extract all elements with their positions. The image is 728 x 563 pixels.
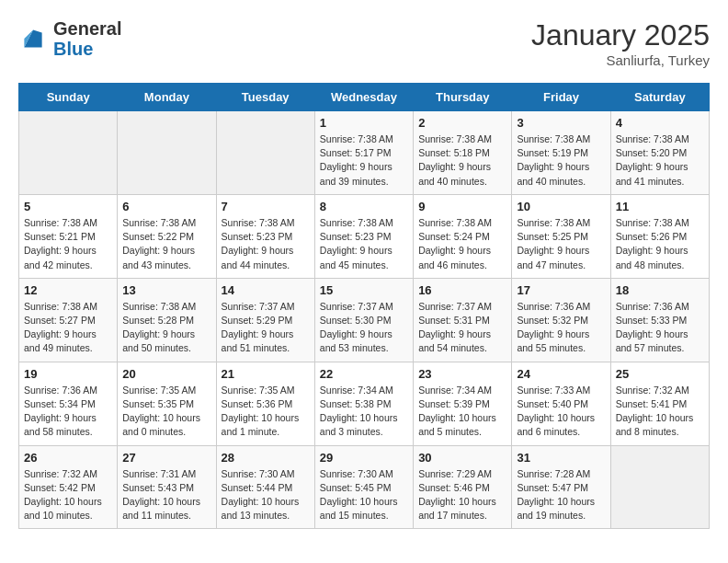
day-info: Sunrise: 7:37 AM Sunset: 5:31 PM Dayligh… bbox=[418, 300, 506, 356]
day-number: 21 bbox=[222, 367, 310, 381]
calendar-cell: 27Sunrise: 7:31 AM Sunset: 5:43 PM Dayli… bbox=[118, 445, 216, 529]
title-block: January 2025 Sanliurfa, Turkey bbox=[531, 18, 710, 68]
calendar-cell: 8Sunrise: 7:38 AM Sunset: 5:23 PM Daylig… bbox=[314, 194, 413, 278]
location-subtitle: Sanliurfa, Turkey bbox=[531, 52, 710, 68]
weekday-header: Thursday bbox=[414, 84, 512, 111]
calendar-cell: 2Sunrise: 7:38 AM Sunset: 5:18 PM Daylig… bbox=[414, 111, 512, 195]
calendar-cell: 15Sunrise: 7:37 AM Sunset: 5:30 PM Dayli… bbox=[314, 278, 413, 362]
calendar-cell: 24Sunrise: 7:33 AM Sunset: 5:40 PM Dayli… bbox=[512, 362, 610, 445]
day-number: 11 bbox=[616, 200, 704, 213]
day-number: 23 bbox=[418, 367, 506, 381]
calendar-cell bbox=[610, 445, 709, 529]
day-info: Sunrise: 7:34 AM Sunset: 5:38 PM Dayligh… bbox=[320, 384, 408, 440]
calendar-cell: 28Sunrise: 7:30 AM Sunset: 5:44 PM Dayli… bbox=[216, 445, 314, 529]
day-number: 4 bbox=[616, 116, 704, 130]
calendar-cell: 10Sunrise: 7:38 AM Sunset: 5:25 PM Dayli… bbox=[512, 194, 610, 278]
day-number: 24 bbox=[517, 367, 605, 381]
logo-text: General Blue bbox=[53, 18, 121, 59]
calendar-cell: 21Sunrise: 7:35 AM Sunset: 5:36 PM Dayli… bbox=[216, 362, 314, 445]
day-number: 2 bbox=[418, 116, 506, 130]
day-number: 26 bbox=[24, 451, 112, 465]
day-number: 5 bbox=[24, 200, 112, 213]
day-info: Sunrise: 7:37 AM Sunset: 5:30 PM Dayligh… bbox=[320, 300, 408, 356]
day-number: 6 bbox=[122, 200, 210, 213]
calendar-cell: 11Sunrise: 7:38 AM Sunset: 5:26 PM Dayli… bbox=[610, 194, 709, 278]
weekday-header: Wednesday bbox=[314, 84, 413, 111]
calendar-cell: 26Sunrise: 7:32 AM Sunset: 5:42 PM Dayli… bbox=[19, 445, 118, 529]
calendar-cell: 12Sunrise: 7:38 AM Sunset: 5:27 PM Dayli… bbox=[19, 278, 118, 362]
day-number: 1 bbox=[320, 116, 408, 130]
day-info: Sunrise: 7:32 AM Sunset: 5:41 PM Dayligh… bbox=[616, 384, 704, 440]
calendar-cell: 31Sunrise: 7:28 AM Sunset: 5:47 PM Dayli… bbox=[512, 445, 610, 529]
page-header: General Blue January 2025 Sanliurfa, Tur… bbox=[18, 18, 710, 68]
calendar-cell: 5Sunrise: 7:38 AM Sunset: 5:21 PM Daylig… bbox=[19, 194, 118, 278]
day-info: Sunrise: 7:38 AM Sunset: 5:22 PM Dayligh… bbox=[122, 216, 210, 272]
day-number: 22 bbox=[320, 367, 408, 381]
day-info: Sunrise: 7:38 AM Sunset: 5:19 PM Dayligh… bbox=[517, 132, 605, 189]
calendar-cell: 23Sunrise: 7:34 AM Sunset: 5:39 PM Dayli… bbox=[414, 362, 512, 445]
logo-icon bbox=[18, 24, 48, 53]
day-info: Sunrise: 7:38 AM Sunset: 5:26 PM Dayligh… bbox=[616, 216, 704, 272]
day-info: Sunrise: 7:34 AM Sunset: 5:39 PM Dayligh… bbox=[418, 384, 506, 440]
calendar-cell: 3Sunrise: 7:38 AM Sunset: 5:19 PM Daylig… bbox=[512, 111, 610, 195]
weekday-header: Tuesday bbox=[216, 84, 314, 111]
day-number: 20 bbox=[122, 367, 210, 381]
day-number: 10 bbox=[517, 200, 605, 213]
calendar-week-row: 19Sunrise: 7:36 AM Sunset: 5:34 PM Dayli… bbox=[19, 362, 710, 445]
calendar-cell: 7Sunrise: 7:38 AM Sunset: 5:23 PM Daylig… bbox=[216, 194, 314, 278]
day-info: Sunrise: 7:38 AM Sunset: 5:27 PM Dayligh… bbox=[24, 300, 112, 356]
weekday-header: Saturday bbox=[610, 84, 709, 111]
logo: General Blue bbox=[18, 18, 121, 59]
day-info: Sunrise: 7:32 AM Sunset: 5:42 PM Dayligh… bbox=[24, 467, 112, 523]
calendar-cell bbox=[19, 111, 118, 195]
calendar-cell: 22Sunrise: 7:34 AM Sunset: 5:38 PM Dayli… bbox=[314, 362, 413, 445]
calendar-table: SundayMondayTuesdayWednesdayThursdayFrid… bbox=[18, 83, 710, 529]
day-number: 13 bbox=[122, 283, 210, 297]
day-number: 8 bbox=[320, 200, 408, 213]
day-info: Sunrise: 7:36 AM Sunset: 5:32 PM Dayligh… bbox=[517, 300, 605, 356]
day-info: Sunrise: 7:35 AM Sunset: 5:36 PM Dayligh… bbox=[222, 384, 310, 440]
calendar-cell: 29Sunrise: 7:30 AM Sunset: 5:45 PM Dayli… bbox=[314, 445, 413, 529]
calendar-cell: 19Sunrise: 7:36 AM Sunset: 5:34 PM Dayli… bbox=[19, 362, 118, 445]
day-info: Sunrise: 7:30 AM Sunset: 5:45 PM Dayligh… bbox=[320, 467, 408, 523]
day-number: 12 bbox=[24, 283, 112, 297]
month-title: January 2025 bbox=[531, 18, 710, 52]
calendar-cell: 4Sunrise: 7:38 AM Sunset: 5:20 PM Daylig… bbox=[610, 111, 709, 195]
day-number: 31 bbox=[517, 451, 605, 465]
day-number: 17 bbox=[517, 283, 605, 297]
day-number: 14 bbox=[222, 283, 310, 297]
day-info: Sunrise: 7:38 AM Sunset: 5:21 PM Dayligh… bbox=[24, 216, 112, 272]
day-info: Sunrise: 7:28 AM Sunset: 5:47 PM Dayligh… bbox=[517, 467, 605, 523]
day-number: 25 bbox=[616, 367, 704, 381]
day-info: Sunrise: 7:33 AM Sunset: 5:40 PM Dayligh… bbox=[517, 384, 605, 440]
day-info: Sunrise: 7:36 AM Sunset: 5:33 PM Dayligh… bbox=[616, 300, 704, 356]
day-number: 29 bbox=[320, 451, 408, 465]
day-number: 28 bbox=[222, 451, 310, 465]
day-number: 30 bbox=[418, 451, 506, 465]
calendar-week-row: 5Sunrise: 7:38 AM Sunset: 5:21 PM Daylig… bbox=[19, 194, 710, 278]
day-number: 16 bbox=[418, 283, 506, 297]
day-info: Sunrise: 7:29 AM Sunset: 5:46 PM Dayligh… bbox=[418, 467, 506, 523]
calendar-cell: 25Sunrise: 7:32 AM Sunset: 5:41 PM Dayli… bbox=[610, 362, 709, 445]
calendar-cell bbox=[118, 111, 216, 195]
day-number: 3 bbox=[517, 116, 605, 130]
day-number: 7 bbox=[222, 200, 310, 213]
day-info: Sunrise: 7:38 AM Sunset: 5:18 PM Dayligh… bbox=[418, 132, 506, 189]
calendar-cell bbox=[216, 111, 314, 195]
calendar-cell: 16Sunrise: 7:37 AM Sunset: 5:31 PM Dayli… bbox=[414, 278, 512, 362]
calendar-cell: 13Sunrise: 7:38 AM Sunset: 5:28 PM Dayli… bbox=[118, 278, 216, 362]
calendar-cell: 18Sunrise: 7:36 AM Sunset: 5:33 PM Dayli… bbox=[610, 278, 709, 362]
weekday-header: Monday bbox=[118, 84, 216, 111]
day-info: Sunrise: 7:38 AM Sunset: 5:25 PM Dayligh… bbox=[517, 216, 605, 272]
day-number: 9 bbox=[418, 200, 506, 213]
calendar-week-row: 12Sunrise: 7:38 AM Sunset: 5:27 PM Dayli… bbox=[19, 278, 710, 362]
day-number: 18 bbox=[616, 283, 704, 297]
day-info: Sunrise: 7:38 AM Sunset: 5:17 PM Dayligh… bbox=[320, 132, 408, 189]
calendar-cell: 30Sunrise: 7:29 AM Sunset: 5:46 PM Dayli… bbox=[414, 445, 512, 529]
calendar-cell: 1Sunrise: 7:38 AM Sunset: 5:17 PM Daylig… bbox=[314, 111, 413, 195]
weekday-header: Sunday bbox=[19, 84, 118, 111]
calendar-cell: 17Sunrise: 7:36 AM Sunset: 5:32 PM Dayli… bbox=[512, 278, 610, 362]
weekday-header: Friday bbox=[512, 84, 610, 111]
calendar-week-row: 26Sunrise: 7:32 AM Sunset: 5:42 PM Dayli… bbox=[19, 445, 710, 529]
day-info: Sunrise: 7:38 AM Sunset: 5:28 PM Dayligh… bbox=[122, 300, 210, 356]
